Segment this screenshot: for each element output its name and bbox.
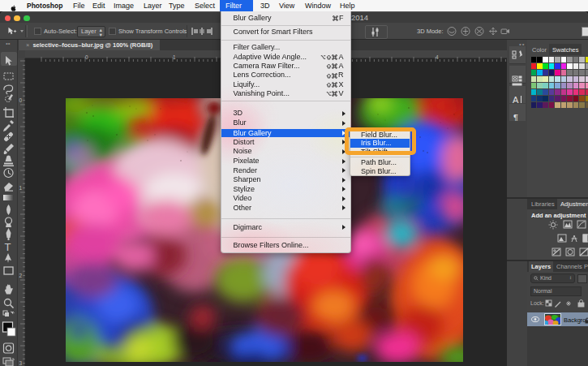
svg-text:0: 0 [19,97,23,103]
svg-text:2: 2 [19,273,23,278]
svg-text:0: 0 [85,54,88,60]
svg-text:A: A [513,95,519,105]
svg-text:3: 3 [19,360,23,366]
svg-text:T: T [5,240,11,252]
svg-text:¶: ¶ [513,113,518,121]
svg-text:4: 4 [436,54,439,60]
svg-text:1: 1 [19,185,23,191]
svg-text:1: 1 [173,54,176,60]
